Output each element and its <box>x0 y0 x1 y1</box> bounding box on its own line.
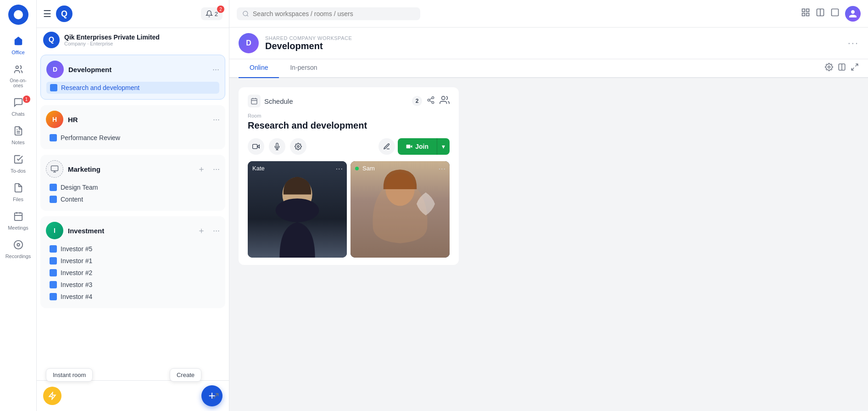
svg-rect-19 <box>802 13 805 16</box>
hamburger-menu[interactable]: ☰ <box>43 8 51 19</box>
workspace-name-development: Development <box>68 66 208 73</box>
video-more-sam[interactable]: ··· <box>439 165 446 173</box>
whiteboard-control-button[interactable] <box>378 138 395 155</box>
workspace-add-marketing[interactable]: ＋ <box>197 163 206 175</box>
room-item-design[interactable]: Design Team <box>46 181 220 193</box>
svg-rect-18 <box>807 9 809 12</box>
notification-button[interactable]: 2 2 <box>201 7 223 20</box>
topbar-actions <box>801 6 861 22</box>
svg-point-47 <box>276 198 319 222</box>
room-content: D SHARED Company Workspace Development ·… <box>229 28 868 411</box>
schedule-card: Schedule 2 <box>239 87 459 265</box>
video-name-sam-wrapper: Sam <box>355 165 375 172</box>
tab-actions <box>825 59 859 77</box>
svg-point-2 <box>16 66 18 69</box>
sidebar-item-recordings[interactable]: Recordings <box>3 236 34 263</box>
settings-tab-button[interactable] <box>825 63 833 73</box>
room-item-investor3[interactable]: Investor #3 <box>46 279 220 291</box>
company-header: Q Qik Enterprises Private Limited Compan… <box>37 28 229 50</box>
sidebar-item-one-on-ones[interactable]: One-on-ones <box>3 61 34 92</box>
workspace-avatar-hr: H <box>46 111 63 128</box>
room-item-investor2[interactable]: Investor #2 <box>46 267 220 279</box>
grid-view-button[interactable] <box>801 8 810 19</box>
user-avatar[interactable] <box>845 6 861 22</box>
room-icon-investor1 <box>50 257 57 265</box>
panel-topbar: ☰ Q 2 2 <box>37 0 229 28</box>
q-logo[interactable]: Q <box>56 6 72 22</box>
single-view-button[interactable] <box>830 8 840 19</box>
recordings-icon <box>13 240 23 252</box>
sidebar-item-office[interactable]: Office <box>3 32 34 59</box>
workspace-add-investment[interactable]: ＋ <box>197 225 206 236</box>
room-item-investor5[interactable]: Investor #5 <box>46 243 220 255</box>
sidebar-item-files[interactable]: Files <box>3 179 34 206</box>
sidebar-item-todos[interactable]: To-dos <box>3 151 34 177</box>
call-controls: Join ▾ <box>248 138 450 155</box>
svg-rect-17 <box>802 9 805 12</box>
svg-rect-23 <box>832 9 839 16</box>
sidebar-item-chats[interactable]: 1 Chats <box>3 94 34 120</box>
workspace-avatar-marketing <box>46 160 63 178</box>
room-more-button[interactable]: ··· <box>848 37 859 49</box>
sidebar-item-label-office: Office <box>11 50 25 55</box>
search-icon <box>242 10 249 17</box>
room-item-research[interactable]: Research and development <box>46 82 219 94</box>
svg-marker-39 <box>257 145 260 148</box>
sidebar-item-label-chats: Chats <box>11 111 25 117</box>
split-view-button[interactable] <box>816 8 825 19</box>
instant-room-button[interactable] <box>43 387 61 405</box>
room-item-content[interactable]: Content <box>46 193 220 205</box>
svg-rect-29 <box>251 99 257 104</box>
workspace-more-investment[interactable]: ··· <box>213 226 220 236</box>
room-item-investor1[interactable]: Investor #1 <box>46 255 220 267</box>
workspace-more-marketing[interactable]: ··· <box>213 164 220 174</box>
svg-text:Q: Q <box>16 12 20 18</box>
settings-control-button[interactable] <box>290 138 306 155</box>
workspace-more-development[interactable]: ··· <box>212 65 219 74</box>
svg-rect-40 <box>253 144 257 148</box>
panel-bottom-actions: Instant room Create + ↗ <box>37 380 229 411</box>
create-tooltip: Create <box>170 368 201 382</box>
room-name-investor2: Investor #2 <box>61 269 92 276</box>
schedule-area: Schedule 2 <box>229 78 868 411</box>
chats-badge: 1 <box>23 96 30 103</box>
video-tile-sam: Sam ··· <box>351 161 450 258</box>
video-name-kate: Kate <box>252 165 265 172</box>
room-name-content: Content <box>61 196 83 203</box>
workspace-card-hr: H HR ··· Performance Review <box>40 105 225 149</box>
workspace-more-hr[interactable]: ··· <box>213 115 220 124</box>
video-control-button[interactable] <box>248 138 264 155</box>
room-title: Development <box>265 41 841 51</box>
schedule-icon <box>248 95 261 107</box>
svg-point-10 <box>17 243 20 246</box>
company-subtitle: Company · Enterprise <box>64 41 160 46</box>
layout-tab-button[interactable] <box>838 63 846 73</box>
schedule-people-button[interactable] <box>440 95 450 107</box>
app-logo[interactable]: Q <box>8 5 28 25</box>
schedule-share-button[interactable] <box>427 96 435 107</box>
tab-inperson[interactable]: In-person <box>279 59 328 78</box>
company-title: Qik Enterprises Private Limited <box>64 34 160 41</box>
room-icon-investor3 <box>50 281 57 288</box>
search-input[interactable] <box>253 10 415 17</box>
join-button[interactable]: Join <box>398 138 437 155</box>
video-more-kate[interactable]: ··· <box>336 165 343 173</box>
join-dropdown-button[interactable]: ▾ <box>437 138 450 155</box>
expand-tab-button[interactable] <box>851 63 859 73</box>
todos-icon <box>13 154 23 167</box>
sidebar-item-meetings[interactable]: Meetings <box>3 208 34 234</box>
meetings-icon <box>13 211 23 224</box>
tab-online[interactable]: Online <box>239 59 279 78</box>
workspace-header-marketing: Marketing ＋ ··· <box>46 160 220 178</box>
room-name-research: Research and development <box>61 84 139 91</box>
workspace-panel: ☰ Q 2 2 Q Qik Enterprises Private Limite… <box>37 0 229 411</box>
video-name-sam: Sam <box>362 165 375 172</box>
mic-control-button[interactable] <box>269 138 285 155</box>
room-name-investor3: Investor #3 <box>61 281 92 288</box>
room-header: D SHARED Company Workspace Development ·… <box>229 28 868 59</box>
room-workspace-label: SHARED Company Workspace <box>265 35 841 41</box>
sidebar-item-notes[interactable]: Notes <box>3 122 34 149</box>
room-item-investor4[interactable]: Investor #4 <box>46 291 220 303</box>
room-item-performance[interactable]: Performance Review <box>46 132 220 144</box>
room-name-performance: Performance Review <box>61 134 120 141</box>
